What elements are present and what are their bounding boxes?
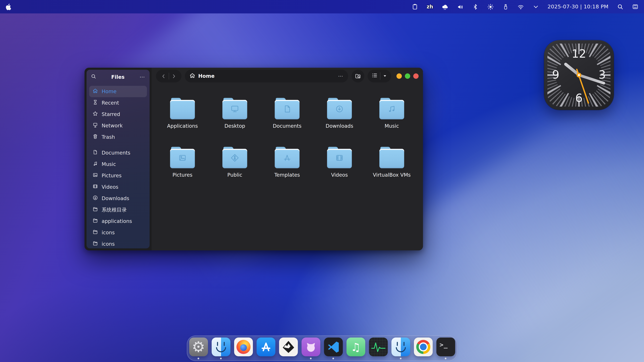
- sidebar-item-icons-2[interactable]: icons: [89, 238, 147, 248]
- dock-item-firefox[interactable]: [234, 338, 253, 359]
- sidebar-item-network[interactable]: Network: [89, 120, 147, 131]
- weather-cloud-icon[interactable]: [442, 3, 448, 10]
- sidebar-item-music[interactable]: Music: [89, 159, 147, 170]
- dock-item-music[interactable]: ♫: [346, 338, 365, 359]
- running-indicator: [220, 358, 222, 359]
- running-indicator: [332, 358, 334, 359]
- sidebar-item-system-root[interactable]: 系统根目录: [89, 204, 147, 216]
- minimize-button[interactable]: [396, 73, 402, 79]
- path-bar[interactable]: Home ⋯: [185, 70, 348, 82]
- sidebar-header: Files ⋯: [86, 70, 150, 84]
- view-options-group: [368, 70, 391, 82]
- wifi-icon[interactable]: [518, 3, 524, 10]
- music-emblem-icon: [386, 104, 397, 116]
- sidebar-item-pictures[interactable]: Pictures: [89, 170, 147, 181]
- folder-tile-downloads[interactable]: Downloads: [313, 98, 366, 147]
- sidebar-item-label: Downloads: [102, 195, 129, 201]
- network-icon: [92, 122, 98, 129]
- dock-item-app-store[interactable]: [256, 338, 275, 359]
- chevron-down-icon[interactable]: [533, 3, 539, 10]
- sidebar-item-documents[interactable]: Documents: [89, 147, 147, 159]
- sidebar-item-label: 系统根目录: [102, 207, 127, 213]
- folder-tile-music[interactable]: Music: [366, 98, 418, 147]
- brightness-icon[interactable]: [487, 3, 494, 10]
- sidebar-item-starred[interactable]: Starred: [89, 109, 147, 120]
- download-icon: [92, 195, 98, 202]
- sidebar-menu-button[interactable]: ⋯: [140, 75, 145, 79]
- sidebar-item-label: Network: [102, 123, 122, 129]
- list-view-icon[interactable]: [372, 72, 378, 80]
- folder-icon: [170, 147, 196, 168]
- search-folder-button[interactable]: [352, 70, 364, 82]
- folder-icon: [222, 147, 248, 168]
- folder-icon: [222, 98, 248, 119]
- folder-icon: [326, 98, 352, 119]
- sidebar-app-title: Files: [99, 74, 137, 80]
- music-note-icon: ♫: [351, 341, 360, 353]
- desktop: zh 2025-07-30 | 10:18 PM: [0, 0, 644, 362]
- sidebar-item-trash[interactable]: Trash: [89, 131, 147, 143]
- clipboard-icon[interactable]: [412, 3, 418, 10]
- desktop-emblem-icon: [230, 104, 240, 116]
- sidebar-item-recent[interactable]: Recent: [89, 97, 147, 109]
- folder-tile-videos[interactable]: Videos: [313, 147, 366, 196]
- folder-tile-templates[interactable]: Templates: [261, 147, 313, 196]
- input-method-indicator[interactable]: zh: [427, 4, 433, 10]
- analog-clock-widget[interactable]: 12 3 6 9: [544, 40, 614, 110]
- back-button[interactable]: [158, 73, 168, 79]
- sidebar-item-applications[interactable]: applications: [89, 216, 147, 227]
- folder-label: Videos: [331, 172, 348, 178]
- bluetooth-icon[interactable]: [472, 3, 479, 10]
- folder-tile-applications[interactable]: Applications: [156, 98, 209, 147]
- files-sidebar: Files ⋯ Home Recent Starred Ne: [86, 70, 150, 248]
- folder-label: Documents: [273, 123, 301, 129]
- dock-item-github-desktop[interactable]: [301, 338, 320, 359]
- folder-tile-public[interactable]: Public: [209, 147, 261, 196]
- folder-label: Desktop: [224, 123, 245, 129]
- sidebar-item-icons[interactable]: icons: [89, 227, 147, 238]
- running-indicator: [198, 358, 199, 359]
- menu-bar-clock[interactable]: 2025-07-30 | 10:18 PM: [548, 4, 608, 10]
- dock-item-files[interactable]: [391, 338, 410, 359]
- star-icon: [92, 111, 98, 118]
- close-button[interactable]: [413, 73, 418, 79]
- dock-item-chrome[interactable]: [414, 338, 432, 359]
- terminal-prompt-glyph: >_: [440, 341, 448, 348]
- dock-item-activity-monitor[interactable]: [369, 338, 388, 359]
- sidebar-item-home[interactable]: Home: [89, 86, 147, 97]
- sidebar-item-label: Videos: [102, 184, 118, 190]
- forward-button[interactable]: [169, 73, 179, 79]
- sidebar-group-divider: [89, 143, 147, 147]
- sidebar-item-label: Trash: [102, 134, 115, 140]
- folder-tile-virtualbox-vms[interactable]: VirtualBox VMs: [366, 147, 418, 196]
- folder-tile-pictures[interactable]: Pictures: [156, 147, 209, 196]
- view-dropdown-caret-icon[interactable]: [383, 73, 387, 79]
- github-icon: [301, 338, 320, 356]
- running-indicator: [310, 358, 312, 359]
- inkscape-icon: [279, 338, 298, 356]
- clock-numeral-3: 3: [598, 68, 606, 81]
- apple-menu[interactable]: [5, 3, 11, 10]
- document-emblem-icon: [282, 104, 292, 116]
- path-menu-button[interactable]: ⋯: [338, 73, 344, 79]
- maximize-button[interactable]: [405, 73, 410, 79]
- dock-item-inkscape[interactable]: [279, 338, 298, 359]
- volume-icon[interactable]: [457, 3, 464, 10]
- dock-item-vscode[interactable]: [324, 338, 343, 359]
- dock-item-finder[interactable]: [212, 338, 230, 359]
- dock-item-system-settings[interactable]: ⚙: [189, 338, 208, 359]
- sidebar-item-videos[interactable]: Videos: [89, 181, 147, 193]
- sidebar-search-icon[interactable]: [91, 74, 96, 80]
- folder-tile-documents[interactable]: Documents: [261, 98, 313, 147]
- sidebar-item-downloads[interactable]: Downloads: [89, 193, 147, 204]
- sidebar-item-label: Pictures: [102, 173, 122, 179]
- terminal-icon: >_: [436, 338, 455, 356]
- clock-numeral-6: 6: [575, 91, 582, 105]
- panel-toggle-icon[interactable]: [632, 3, 639, 10]
- folder-tile-desktop[interactable]: Desktop: [209, 98, 261, 147]
- removable-drive-icon[interactable]: [502, 3, 509, 10]
- search-icon[interactable]: [617, 3, 624, 10]
- app-store-icon: [256, 338, 275, 356]
- trash-icon: [92, 134, 98, 140]
- dock-item-terminal[interactable]: >_: [436, 338, 455, 359]
